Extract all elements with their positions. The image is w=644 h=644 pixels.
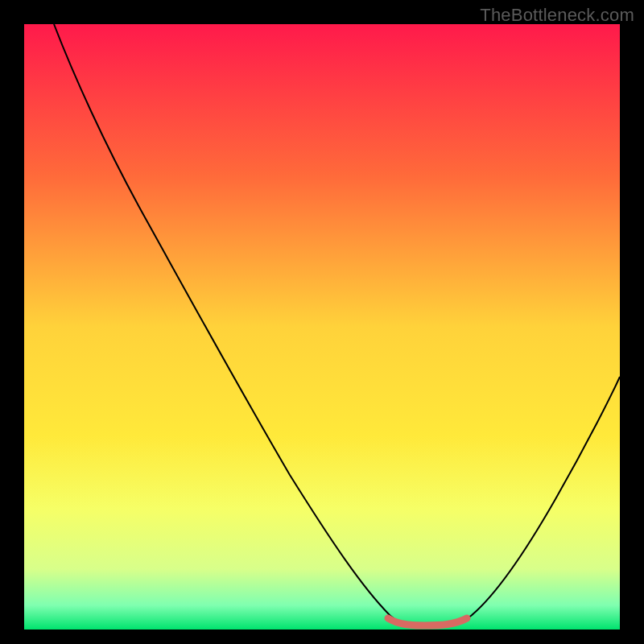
chart-background <box>24 24 620 630</box>
chart-frame: TheBottleneck.com <box>0 0 644 644</box>
watermark-text: TheBottleneck.com <box>480 5 634 26</box>
bottleneck-chart <box>24 24 620 630</box>
